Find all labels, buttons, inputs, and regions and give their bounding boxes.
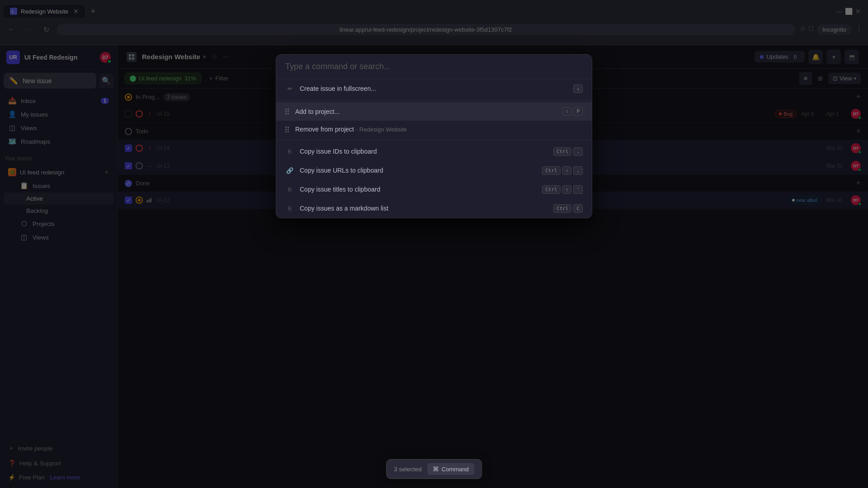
cp-copy-urls-label: Copy issue URLs to clipboard: [300, 167, 537, 174]
copy-titles-quote: ': [573, 185, 583, 194]
cp-item-copy-markdown[interactable]: ⎘ Copy issues as a markdown list Ctrl C: [276, 199, 592, 218]
selected-count: 3 selected: [394, 466, 422, 473]
cp-copy-urls-shortcut: Ctrl ⇧ ,: [542, 166, 583, 175]
cp-copy-markdown-icon: ⎘: [285, 204, 294, 213]
cp-create-label: Create issue in fullscreen...: [300, 85, 568, 92]
bottom-bar: 3 selected ⌘ Command: [386, 459, 482, 479]
cp-search-input[interactable]: [285, 62, 583, 71]
cp-item-create-fullscreen[interactable]: ✏ Create issue in fullscreen... ↓: [276, 79, 592, 98]
copy-markdown-c: C: [573, 204, 583, 213]
cp-copy-titles-label: Copy issue titles to clipboard: [300, 186, 537, 193]
cp-search-area: [276, 55, 592, 79]
cp-copy-titles-icon: ⎘: [285, 185, 294, 194]
cp-remove-project-label: Remove from project - Redesign Website: [295, 126, 583, 133]
cp-copy-ids-shortcut: Ctrl .: [553, 147, 583, 156]
cp-item-copy-urls[interactable]: 🔗 Copy issue URLs to clipboard Ctrl ⇧ ,: [276, 161, 592, 180]
cp-copy-urls-icon: 🔗: [285, 166, 294, 175]
cp-create-shortcut: ↓: [573, 84, 583, 93]
cp-drag-handle-1: [285, 108, 289, 114]
add-project-p-key: P: [573, 107, 583, 116]
cp-add-project-label: Add to project...: [295, 108, 557, 115]
cp-item-copy-ids[interactable]: ⎘ Copy issue IDs to clipboard Ctrl .: [276, 142, 592, 161]
cp-item-add-project[interactable]: Add to project... ⇧ P: [276, 102, 592, 121]
copy-markdown-ctrl: Ctrl: [553, 204, 572, 213]
copy-ids-ctrl: Ctrl: [553, 147, 572, 156]
command-palette: ✏ Create issue in fullscreen... ↓ Add to…: [276, 54, 592, 218]
cp-copy-titles-shortcut: Ctrl ⇧ ': [542, 185, 583, 194]
cp-add-project-shortcut: ⇧ P: [562, 107, 583, 116]
cp-drag-handle-2: [285, 127, 289, 132]
cp-item-remove-project[interactable]: Remove from project - Redesign Website: [276, 121, 592, 138]
create-shortcut-key: ↓: [573, 84, 583, 93]
copy-urls-shift: ⇧: [562, 166, 572, 175]
copy-ids-dot: .: [573, 147, 583, 156]
copy-urls-ctrl: Ctrl: [542, 166, 561, 175]
cp-copy-markdown-shortcut: Ctrl C: [553, 204, 583, 213]
cp-copy-ids-icon: ⎘: [285, 147, 294, 156]
command-palette-overlay[interactable]: ✏ Create issue in fullscreen... ↓ Add to…: [0, 0, 868, 488]
cp-remove-label-text: Remove from project: [295, 126, 354, 133]
cp-create-icon: ✏: [285, 84, 294, 93]
cp-copy-ids-label: Copy issue IDs to clipboard: [300, 148, 548, 155]
cp-item-copy-titles[interactable]: ⎘ Copy issue titles to clipboard Ctrl ⇧ …: [276, 180, 592, 199]
cp-divider-1: [276, 100, 592, 100]
cp-copy-markdown-label: Copy issues as a markdown list: [300, 205, 548, 212]
copy-titles-shift: ⇧: [562, 185, 572, 194]
command-button[interactable]: ⌘ Command: [427, 463, 474, 475]
copy-urls-comma: ,: [573, 166, 583, 175]
cp-items-list: ✏ Create issue in fullscreen... ↓ Add to…: [276, 79, 592, 218]
cp-divider-2: [276, 140, 592, 140]
add-project-shift-key: ⇧: [562, 107, 572, 116]
cp-remove-project-sub: - Redesign Website: [356, 126, 407, 133]
command-icon: ⌘: [433, 465, 439, 473]
copy-titles-ctrl: Ctrl: [542, 185, 561, 194]
command-label: Command: [442, 466, 469, 473]
